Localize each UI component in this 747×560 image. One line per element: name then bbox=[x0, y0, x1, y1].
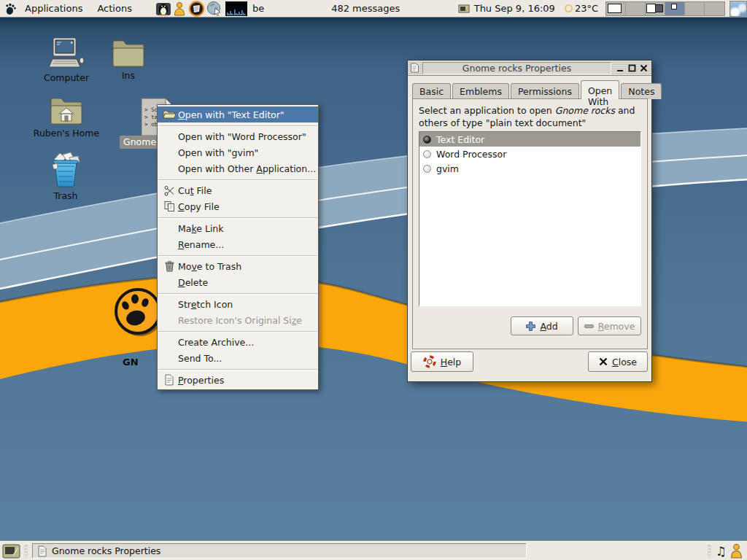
minus-icon bbox=[584, 324, 594, 329]
app-row-text-editor[interactable]: Text Editor bbox=[419, 132, 640, 147]
panel-grip[interactable] bbox=[708, 545, 711, 558]
tab-emblems[interactable]: Emblems bbox=[452, 83, 509, 99]
computer-icon bbox=[47, 38, 86, 70]
menu-item-copy-file[interactable]: Copy File bbox=[158, 198, 318, 214]
tab-open-with[interactable]: Open With bbox=[581, 80, 619, 99]
instruction-text: Select an application to open Gnome rock… bbox=[413, 99, 647, 129]
menu-item-open-with-word-processor[interactable]: Open with "Word Processor" bbox=[158, 128, 318, 144]
dialog-tab-bar: Basic Emblems Permissions Open With Note… bbox=[412, 80, 663, 99]
desktop-icon-home[interactable]: Ruben's Home bbox=[35, 96, 98, 139]
copy-icon bbox=[160, 201, 178, 212]
menu-item-open-with-gvim[interactable]: Open with "gvim" bbox=[158, 144, 318, 160]
bottom-panel: Gnome rocks Properties ♫ bbox=[0, 541, 747, 560]
round-orange-applet-icon[interactable] bbox=[188, 1, 205, 17]
applications-menu[interactable]: Applications bbox=[18, 0, 90, 17]
desktop-icon-computer[interactable]: Computer bbox=[41, 38, 92, 83]
taskbar-window-button[interactable]: Gnome rocks Properties bbox=[32, 543, 527, 559]
desktop-icon-trash[interactable]: Trash bbox=[45, 152, 86, 201]
add-button[interactable]: Add bbox=[511, 316, 573, 335]
radio-selected-icon[interactable] bbox=[423, 136, 431, 144]
show-desktop-button[interactable] bbox=[2, 543, 21, 559]
window-menu-document-icon[interactable] bbox=[410, 63, 419, 73]
keyboard-layout-indicator[interactable]: be bbox=[252, 3, 264, 14]
actions-menu[interactable]: Actions bbox=[90, 0, 139, 17]
trash-icon bbox=[48, 152, 83, 188]
trash-label: Trash bbox=[53, 190, 77, 201]
gnome-foot-menu-icon[interactable] bbox=[4, 2, 18, 15]
dialog-title: Gnome rocks Properties bbox=[422, 62, 611, 74]
computer-label: Computer bbox=[44, 72, 89, 83]
close-window-icon[interactable] bbox=[638, 62, 649, 74]
workspace-6[interactable] bbox=[705, 2, 724, 15]
workspace-1[interactable] bbox=[606, 2, 626, 15]
close-button[interactable]: Close bbox=[588, 351, 648, 372]
menu-item-open-with-text-editor[interactable]: Open with "Text Editor" bbox=[158, 106, 318, 122]
home-label: Ruben's Home bbox=[34, 128, 99, 139]
context-menu: Open with "Text Editor" Open with "Word … bbox=[157, 104, 319, 390]
mail-messages-applet[interactable]: 482 messages bbox=[331, 3, 400, 14]
svg-text:> ta: > ta bbox=[144, 114, 158, 120]
sky-applet-icon[interactable] bbox=[729, 1, 747, 17]
terminal-penguin-icon[interactable] bbox=[155, 1, 171, 16]
menu-item-delete[interactable]: Delete bbox=[158, 274, 318, 290]
plus-icon bbox=[526, 322, 535, 331]
system-monitor-applet[interactable] bbox=[225, 1, 247, 16]
workspace-switcher bbox=[605, 1, 725, 16]
menu-separator bbox=[158, 217, 317, 218]
workspace-3[interactable] bbox=[646, 2, 665, 15]
open-with-tab-page: Select an application to open Gnome rock… bbox=[412, 98, 648, 349]
buddy-person-icon[interactable] bbox=[729, 543, 743, 559]
buddy-person-icon[interactable] bbox=[173, 1, 186, 16]
open-folder-icon bbox=[160, 109, 178, 120]
tab-notes[interactable]: Notes bbox=[621, 83, 662, 99]
scissors-icon bbox=[160, 185, 178, 196]
menu-item-create-archive[interactable]: Create Archive... bbox=[158, 334, 318, 350]
tab-permissions[interactable]: Permissions bbox=[511, 83, 579, 99]
sun-weather-icon bbox=[564, 4, 573, 13]
menu-item-stretch-icon[interactable]: Stretch Icon bbox=[158, 296, 318, 312]
menu-item-properties[interactable]: Properties bbox=[158, 372, 318, 388]
app-row-word-processor[interactable]: Word Processor bbox=[419, 147, 640, 161]
menu-separator bbox=[158, 369, 317, 370]
dialog-titlebar[interactable]: Gnome rocks Properties bbox=[408, 61, 651, 76]
properties-document-icon bbox=[160, 374, 178, 386]
menu-separator bbox=[158, 125, 317, 126]
home-folder-icon bbox=[50, 96, 83, 125]
menu-item-make-link[interactable]: Make Link bbox=[158, 220, 318, 236]
application-list: Text Editor Word Processor gvim bbox=[419, 131, 641, 306]
menu-item-restore-icon-original-size: Restore Icon's Original Size bbox=[158, 312, 318, 328]
document-icon bbox=[37, 545, 47, 557]
workspace-2[interactable] bbox=[626, 2, 646, 15]
workspace-4-active[interactable] bbox=[665, 2, 685, 15]
properties-dialog: Gnome rocks Properties Basic Emblems Per… bbox=[407, 60, 652, 382]
menu-separator bbox=[158, 179, 317, 180]
workspace-5[interactable] bbox=[685, 2, 705, 15]
gnome-logo-label: GN bbox=[123, 357, 139, 368]
svg-text:> ob: > ob bbox=[144, 121, 158, 128]
menu-item-cut-file[interactable]: Cut File bbox=[158, 182, 318, 198]
web-browser-globe-icon[interactable] bbox=[206, 1, 222, 16]
radio-icon[interactable] bbox=[423, 150, 431, 158]
temperature-reading[interactable]: 23°C bbox=[575, 3, 598, 14]
calendar-icon[interactable] bbox=[458, 3, 471, 15]
app-row-gvim[interactable]: gvim bbox=[419, 161, 640, 176]
folder-icon bbox=[112, 39, 145, 68]
radio-icon[interactable] bbox=[423, 165, 431, 173]
menu-item-move-to-trash[interactable]: Move to Trash bbox=[158, 258, 318, 274]
top-panel: Applications Actions be 482 messages Thu… bbox=[0, 0, 747, 18]
minimize-button[interactable] bbox=[614, 62, 626, 74]
music-note-icon[interactable]: ♫ bbox=[716, 544, 727, 559]
tab-basic[interactable]: Basic bbox=[412, 83, 451, 99]
menu-item-rename[interactable]: Rename... bbox=[158, 236, 318, 252]
desktop-icon-ins[interactable]: Ins bbox=[109, 39, 147, 81]
close-x-icon bbox=[599, 357, 608, 366]
menu-item-open-with-other-application[interactable]: Open with Other Application... bbox=[158, 160, 318, 176]
help-button[interactable]: Help bbox=[411, 351, 473, 372]
clock[interactable]: Thu Sep 9, 16:09 bbox=[474, 3, 555, 14]
ins-label: Ins bbox=[122, 70, 135, 81]
panel-grip[interactable] bbox=[24, 545, 28, 558]
maximize-button[interactable] bbox=[626, 62, 638, 74]
menu-item-send-to[interactable]: Send To... bbox=[158, 350, 318, 366]
taskbar-window-label: Gnome rocks Properties bbox=[52, 545, 160, 556]
trash-small-icon bbox=[160, 260, 178, 272]
